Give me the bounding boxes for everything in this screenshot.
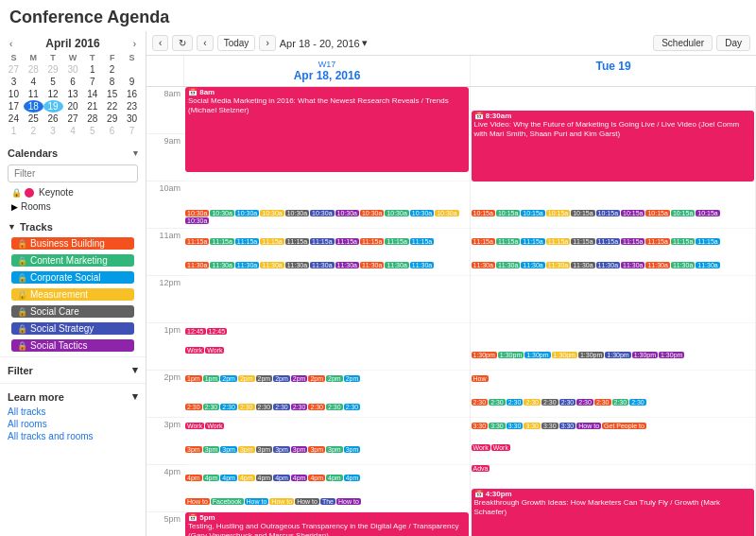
compact-event[interactable]: 4pm	[256, 475, 273, 481]
compact-event[interactable]: How	[472, 375, 489, 382]
tracks-header[interactable]: ▼ Tracks	[8, 219, 138, 234]
compact-event[interactable]: 1:30pm	[472, 352, 497, 358]
compact-event[interactable]: 11:30a	[260, 262, 284, 268]
compact-event[interactable]: 2:30	[185, 404, 202, 410]
calendar-event[interactable]: 📅 5pmTesting, Hustling and Outrageous Tr…	[185, 512, 469, 536]
mini-cal-day[interactable]: 2	[24, 125, 43, 137]
compact-event[interactable]: 2:30	[489, 399, 506, 406]
mini-cal-day[interactable]: 20	[63, 100, 83, 112]
mini-cal-day[interactable]: 4	[63, 125, 83, 137]
mini-cal-day[interactable]: 24	[4, 112, 24, 125]
compact-event[interactable]: 11:15a	[546, 238, 570, 245]
compact-event[interactable]: 2pm	[220, 375, 237, 382]
compact-event[interactable]: 4pm	[220, 475, 237, 481]
compact-event[interactable]: 2:30	[612, 399, 629, 406]
mini-cal-day[interactable]: 8	[102, 76, 122, 88]
track-item[interactable]: 🔒Social Care	[8, 303, 138, 320]
compact-event[interactable]: 11:30a	[385, 262, 408, 268]
compact-event[interactable]: How to	[576, 423, 601, 429]
mini-cal-day[interactable]: 6	[102, 125, 122, 137]
compact-event[interactable]: 11:30a	[671, 262, 695, 268]
mini-cal-day[interactable]: 12	[43, 88, 63, 100]
compact-event[interactable]: 2:30	[576, 399, 593, 406]
compact-event[interactable]: 10:30a	[310, 210, 334, 216]
learn-more-link[interactable]: All tracks	[8, 406, 138, 418]
mini-cal-day[interactable]: 10	[4, 88, 24, 100]
compact-event[interactable]: 4pm	[238, 475, 255, 481]
mini-cal-day[interactable]: 30	[63, 63, 83, 76]
compact-event[interactable]: Adva	[472, 465, 490, 472]
compact-event[interactable]: Work	[185, 423, 204, 429]
compact-event[interactable]: 10:15a	[645, 210, 669, 216]
calendars-filter[interactable]	[8, 164, 138, 182]
compact-event[interactable]: 10:15a	[496, 210, 520, 216]
compact-event[interactable]: 2pm	[326, 375, 343, 382]
compact-event[interactable]: 1pm	[185, 375, 202, 382]
mini-cal-day[interactable]: 3	[4, 76, 24, 88]
track-item[interactable]: 🔒Corporate Social	[8, 269, 138, 285]
compact-event[interactable]: 11:30a	[496, 262, 520, 268]
compact-event[interactable]: 2:30	[238, 404, 255, 410]
compact-event[interactable]: 3:30	[524, 423, 541, 429]
compact-event[interactable]: 10:15a	[472, 210, 495, 216]
compact-event[interactable]: 11:30a	[521, 262, 544, 268]
mini-cal-day[interactable]: 7	[122, 125, 142, 137]
compact-event[interactable]: 11:15a	[596, 238, 620, 245]
compact-event[interactable]: 11:30a	[571, 262, 594, 268]
compact-event[interactable]: 11:15a	[385, 238, 408, 245]
compact-event[interactable]: 3pm	[291, 446, 308, 453]
compact-event[interactable]: 10:30a	[335, 210, 359, 216]
track-item[interactable]: 🔒Social Tactics	[8, 337, 138, 354]
compact-event[interactable]: 2pm	[256, 375, 273, 382]
mini-cal-day[interactable]: 29	[43, 63, 63, 76]
compact-event[interactable]: 11:30a	[185, 262, 209, 268]
compact-event[interactable]: 2:30	[559, 399, 576, 406]
mini-cal-day[interactable]: 16	[122, 88, 142, 100]
compact-event[interactable]: 3pm	[185, 446, 202, 453]
mini-cal-day[interactable]: 19	[43, 100, 63, 112]
mini-cal-day[interactable]: 15	[102, 88, 122, 100]
mini-cal-day[interactable]: 11	[24, 88, 43, 100]
compact-event[interactable]: 3pm	[256, 446, 273, 453]
track-item[interactable]: 🔒Measurement	[8, 286, 138, 303]
compact-event[interactable]: 2:30	[507, 399, 524, 406]
mini-cal-day[interactable]: 30	[122, 112, 142, 125]
mini-cal-day[interactable]: 1	[82, 63, 102, 76]
compact-event[interactable]: 11:15a	[360, 238, 384, 245]
compact-event[interactable]: 2:30	[541, 399, 558, 406]
track-item[interactable]: 🔒Business Building	[8, 235, 138, 251]
compact-event[interactable]: Work	[185, 347, 204, 354]
compact-event[interactable]: 11:15a	[696, 238, 719, 245]
compact-event[interactable]: 4pm	[326, 475, 343, 481]
compact-event[interactable]: 1:30pm	[524, 352, 550, 358]
compact-event[interactable]: 10:30a	[185, 217, 209, 224]
compact-event[interactable]: 10:30a	[210, 210, 233, 216]
compact-event[interactable]: 11:30a	[335, 262, 359, 268]
compact-event[interactable]: 11:30a	[285, 262, 309, 268]
compact-event[interactable]: 11:30a	[472, 262, 495, 268]
compact-event[interactable]: 2:30	[629, 399, 646, 406]
compact-event[interactable]: 2pm	[238, 375, 255, 382]
compact-event[interactable]: 3pm	[203, 446, 220, 453]
compact-event[interactable]: 2pm	[273, 375, 290, 382]
compact-event[interactable]: How to	[336, 498, 361, 505]
track-item[interactable]: 🔒Social Strategy	[8, 320, 138, 337]
mini-cal-day[interactable]: 28	[82, 112, 102, 125]
compact-event[interactable]: How to	[269, 498, 294, 505]
compact-event[interactable]: 2:30	[344, 404, 361, 410]
compact-event[interactable]: 12:45	[207, 328, 228, 335]
mini-cal-day[interactable]: 26	[43, 112, 63, 125]
compact-event[interactable]: 11:15a	[260, 238, 284, 245]
day-view-btn[interactable]: Day	[716, 35, 750, 51]
compact-event[interactable]: 11:15a	[410, 238, 434, 245]
track-item[interactable]: 🔒Content Marketing	[8, 252, 138, 268]
mini-cal-day[interactable]: 28	[24, 63, 43, 76]
calendars-header[interactable]: Calendars ▾	[8, 145, 138, 162]
compact-event[interactable]: 11:30a	[360, 262, 384, 268]
compact-event[interactable]: 3:30	[541, 423, 558, 429]
compact-event[interactable]: 2:30	[472, 399, 489, 406]
compact-event[interactable]: 2:30	[291, 404, 308, 410]
mini-cal-day[interactable]: 21	[82, 100, 102, 112]
compact-event[interactable]: 11:15a	[571, 238, 594, 245]
mini-cal-day[interactable]: 18	[24, 100, 43, 112]
